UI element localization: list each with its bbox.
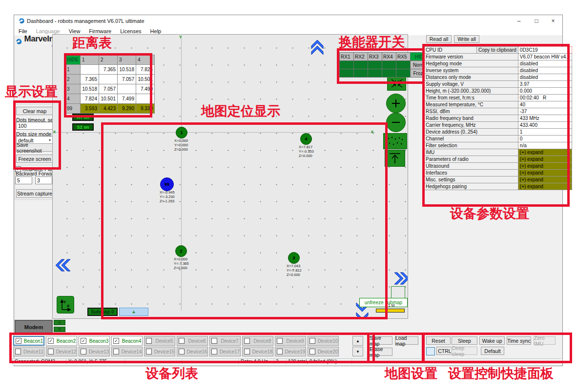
menu-item-firmware[interactable]: Firmware: [84, 28, 116, 34]
screenshot-root: Dashboard - robots management V6.07L ult…: [0, 0, 577, 392]
annotation-box-map: [101, 122, 388, 319]
annotation-label-display-settings: 显示设置: [5, 83, 58, 100]
plus-icon: [391, 98, 401, 109]
annotation-label-transducer: 换能器开关: [339, 33, 405, 51]
annotation-box-device-list: [9, 333, 375, 363]
window-title: Dashboard - robots management V6.07L ult…: [27, 18, 144, 24]
scale-label: 1 M: [388, 303, 394, 308]
arrow-up-bar-icon: [389, 153, 401, 164]
annotation-box-display-settings: [13, 100, 61, 170]
forward-input[interactable]: 3: [35, 176, 52, 184]
axis-orientation-icon: Y X: [57, 296, 74, 314]
dots-pattern-icon: [386, 136, 405, 147]
modem-cell-bottom[interactable]: 5: [54, 327, 65, 332]
minimize-button[interactable]: –: [511, 15, 527, 26]
map-y-axis-cap: Y: [179, 35, 182, 39]
close-button[interactable]: ×: [545, 15, 561, 26]
stream-capture-button[interactable]: Stream capture: [16, 189, 53, 198]
logo-swirl-icon: [15, 35, 23, 48]
annotation-box-distance-table: [64, 53, 152, 118]
annotation-box-map-settings: [367, 333, 425, 363]
pan-up-icon[interactable]: [310, 39, 324, 55]
pan-right-icon[interactable]: [394, 272, 408, 285]
annotation-label-map-settings: 地图设置: [385, 365, 437, 382]
annotation-box-control-panel: [422, 333, 572, 363]
center-view-button[interactable]: [385, 150, 405, 167]
menu-item-language[interactable]: Language: [32, 28, 64, 34]
backward-forward-label: Backward Forward: [16, 171, 56, 176]
menu-item-help[interactable]: Help: [146, 28, 166, 34]
annotation-label-map: 地图定位显示: [201, 102, 280, 120]
sz-on-button[interactable]: SZ on: [72, 123, 94, 131]
modem-cell-top[interactable]: 5: [54, 320, 65, 325]
svg-text:X: X: [67, 304, 70, 308]
zoom-out-button[interactable]: [386, 113, 406, 132]
menu-item-view[interactable]: View: [64, 28, 85, 34]
write-all-button[interactable]: Write all: [454, 35, 479, 43]
maximize-button[interactable]: □: [528, 15, 545, 26]
title-bar: Dashboard - robots management V6.07L ult…: [14, 15, 562, 26]
menu-item-file[interactable]: File: [14, 28, 32, 34]
xy-axes-icon: Y X: [59, 298, 72, 312]
annotation-box-device-params: [422, 44, 570, 207]
menu-item-licenses[interactable]: Licenses: [116, 28, 145, 34]
pan-left-icon[interactable]: [55, 259, 70, 272]
svg-text:Y: Y: [63, 300, 66, 304]
annotation-label-device-params: 设备参数设置: [450, 205, 529, 222]
backward-input[interactable]: 5: [15, 176, 32, 184]
read-all-button[interactable]: Read all: [426, 35, 452, 43]
zoom-in-button[interactable]: [386, 94, 406, 113]
annotation-label-device-list: 设备列表: [145, 365, 198, 382]
annotation-label-distance-table: 距离表: [72, 34, 112, 52]
annotation-label-control-panel: 设置控制快捷面板: [448, 365, 554, 382]
minus-icon: [391, 117, 401, 128]
app-icon: [18, 17, 25, 24]
annotation-box-transducer: [337, 48, 425, 84]
